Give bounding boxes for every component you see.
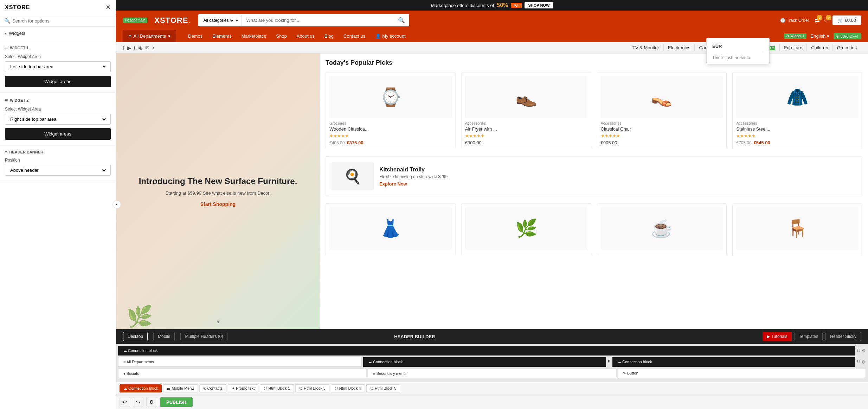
- publish-button[interactable]: PUBLISH: [160, 397, 193, 407]
- button-block[interactable]: ✎ Button: [618, 368, 866, 378]
- product-stars-2: ★★★★★: [465, 133, 587, 138]
- bottom-product-3[interactable]: ☕: [597, 203, 727, 256]
- close-icon[interactable]: ✕: [105, 4, 111, 11]
- nav-link-myaccount[interactable]: 👤 My account: [370, 30, 410, 42]
- language-selector[interactable]: English ▾: [811, 33, 830, 39]
- product-card-3[interactable]: 👡 Accessories Classical Chair ★★★★★ €905…: [597, 72, 727, 149]
- nav-link-aboutus[interactable]: About us: [292, 30, 320, 42]
- featured-cta[interactable]: Explore Now: [379, 181, 407, 187]
- youtube-icon[interactable]: ▶: [127, 45, 131, 51]
- nav-link-demos[interactable]: Demos: [183, 30, 207, 42]
- widget2-areas-button[interactable]: Widget areas: [5, 128, 111, 140]
- tab-contacts-label: ✆ Contacts: [203, 386, 223, 391]
- dropdown-divider: [712, 53, 764, 53]
- cat-tv-monitor[interactable]: TV & Monitor: [628, 44, 664, 51]
- category-select-wrapper[interactable]: All categories ▾: [198, 15, 242, 26]
- tab-html-block-3[interactable]: ⬡ Html Block 3: [295, 384, 329, 392]
- templates-button[interactable]: Templates: [795, 332, 823, 341]
- collapse-handle[interactable]: ‹: [112, 200, 121, 209]
- search-icon: 🔍: [4, 18, 10, 24]
- cat-children[interactable]: Children: [807, 44, 832, 51]
- currency-option[interactable]: EUR: [712, 42, 764, 51]
- connection-block-3[interactable]: ☁ Connection block: [612, 357, 855, 367]
- nav-link-marketplace[interactable]: Marketplace: [236, 30, 271, 42]
- tab-contacts[interactable]: ✆ Contacts: [199, 384, 226, 392]
- connection-block-2[interactable]: ☁ Connection block: [363, 357, 606, 367]
- tab-html-block-5[interactable]: ⬡ Html Block 5: [366, 384, 400, 392]
- hero-cta[interactable]: Start Shopping: [200, 201, 236, 207]
- my-account-label: My account: [382, 33, 405, 39]
- tab-connection-block[interactable]: ☁ Connection block: [120, 384, 162, 392]
- bottom-product-img-1: 👗: [329, 207, 452, 250]
- undo-button[interactable]: ↩: [120, 397, 130, 407]
- position-select-wrapper[interactable]: Above header Below header Before content: [5, 165, 111, 176]
- drag-handle-1[interactable]: ⠿: [857, 348, 860, 353]
- nav-link-contactus[interactable]: Contact us: [339, 30, 370, 42]
- cart-button[interactable]: 🛒 €0.00: [832, 15, 861, 25]
- bottom-tabs: ☁ Connection block ☰ Mobile Menu ✆ Conta…: [116, 382, 868, 395]
- all-departments-block[interactable]: ≡ All Departments: [118, 357, 362, 367]
- widget1-areas-button[interactable]: Widget areas: [5, 76, 111, 87]
- tab-html-block-1[interactable]: ⬡ Html Block 1: [260, 384, 294, 392]
- hero-subtitle: Starting at $59.99 See what else is new …: [139, 190, 297, 196]
- bottom-product-1[interactable]: 👗: [326, 203, 456, 256]
- featured-product[interactable]: 🍳 Kitchenaid Trolly Flexible financing o…: [326, 156, 862, 196]
- twitter-icon[interactable]: t: [134, 45, 135, 51]
- desktop-button[interactable]: Desktop: [123, 332, 148, 341]
- track-order[interactable]: 🕐 Track Order: [780, 18, 809, 23]
- instagram-icon[interactable]: ◉: [138, 45, 142, 51]
- search-input[interactable]: [12, 18, 111, 24]
- settings-button[interactable]: ⚙: [146, 397, 157, 407]
- tiktok-icon[interactable]: ♪: [152, 45, 155, 51]
- cart-icon: 🛒: [837, 18, 843, 23]
- gear-icon-2[interactable]: ⚙: [862, 359, 866, 365]
- secondary-menu-block[interactable]: ≡ Secondary menu: [368, 369, 616, 378]
- nav-link-shop[interactable]: Shop: [271, 30, 291, 42]
- nav-link-elements[interactable]: Elements: [207, 30, 236, 42]
- widget1-select[interactable]: Left side top bar area Right side top ba…: [9, 64, 107, 70]
- tab-mobile-menu-label: ☰ Mobile Menu: [167, 386, 194, 391]
- whatsapp-icon[interactable]: ✉: [145, 45, 149, 51]
- gear-icon-1[interactable]: ⚙: [862, 348, 866, 353]
- cat-electronics[interactable]: Electronics: [664, 44, 695, 51]
- widget2-select[interactable]: Left side top bar area Right side top ba…: [9, 116, 107, 122]
- cat-groceries[interactable]: Groceries: [833, 44, 861, 51]
- search-main-input[interactable]: [242, 15, 394, 26]
- all-departments-block-label: ≡ All Departments: [123, 360, 154, 364]
- cat-furniture[interactable]: Furniture: [780, 44, 807, 51]
- wishlist-icon-wrapper[interactable]: ♡ 0: [823, 17, 829, 24]
- shop-now-button[interactable]: SHOP NOW: [525, 2, 553, 8]
- widget1-select-area[interactable]: Left side top bar area Right side top ba…: [5, 61, 111, 72]
- tutorials-button[interactable]: ▶ Tutorials: [763, 332, 792, 341]
- hero-scroll-icon[interactable]: ▾: [217, 318, 220, 326]
- nav-link-blog[interactable]: Blog: [320, 30, 339, 42]
- connection-block-2-label: ☁ Connection block: [368, 360, 403, 364]
- widget1-section: ≡ WIDGET 1 Select Widget Area Left side …: [0, 40, 116, 93]
- promo-bar: Marketplace offers discounts of 50% HOT …: [116, 0, 868, 11]
- drag-handle-2[interactable]: ⠿: [607, 359, 611, 365]
- bottom-product-2[interactable]: 🌿: [461, 203, 591, 256]
- tab-mobile-menu[interactable]: ☰ Mobile Menu: [163, 384, 198, 392]
- button-block-label: ✎ Button: [623, 371, 638, 376]
- compare-icon-wrapper[interactable]: ⇄ 0: [815, 17, 820, 24]
- tab-html-block-4[interactable]: ⬡ Html Block 4: [331, 384, 365, 392]
- mobile-button[interactable]: Mobile: [153, 332, 175, 341]
- tab-promo-text[interactable]: ✦ Promo text: [228, 384, 258, 392]
- back-widgets[interactable]: ‹ Widgets: [0, 27, 116, 40]
- product-card-1[interactable]: ⌚ Groceries Wooden Classica... ★★★★★ €40…: [326, 72, 456, 149]
- socials-block[interactable]: ♦ Socials: [118, 369, 366, 378]
- widget2-select-area[interactable]: Left side top bar area Right side top ba…: [5, 114, 111, 125]
- header-sticky-button[interactable]: Header Sticky: [825, 332, 861, 341]
- search-submit-button[interactable]: 🔍: [394, 14, 409, 26]
- all-departments[interactable]: ≡ All Departments ▾: [123, 30, 176, 42]
- connection-block-1[interactable]: ☁ Connection block: [118, 346, 855, 355]
- category-select[interactable]: All categories: [202, 18, 234, 23]
- product-card-2[interactable]: 👞 Accessories Air Fryer with ... ★★★★★ €…: [461, 72, 591, 149]
- facebook-icon[interactable]: f: [123, 45, 124, 51]
- redo-button[interactable]: ↪: [133, 397, 143, 407]
- product-card-4[interactable]: 🧥 Accessories Stainless Steel... ★★★★★ €…: [732, 72, 862, 149]
- bottom-product-4[interactable]: 🪑: [732, 203, 862, 256]
- drag-handle-3[interactable]: ⠿: [857, 359, 860, 365]
- multiple-headers-button[interactable]: Multiple Headers (0): [180, 332, 227, 341]
- position-select[interactable]: Above header Below header Before content: [9, 167, 107, 173]
